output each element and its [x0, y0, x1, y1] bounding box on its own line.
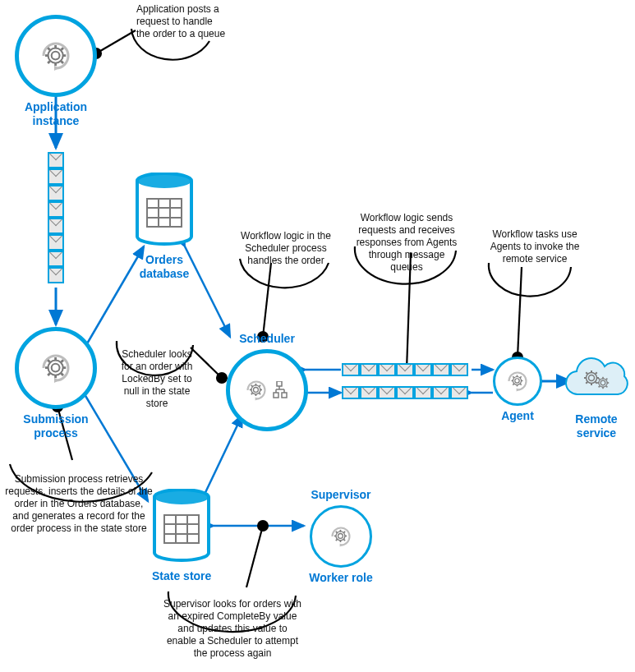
- envelope-icon: [360, 363, 378, 376]
- gear-icon: [39, 39, 72, 72]
- envelope-icon: [342, 386, 360, 399]
- agent-node: Agent: [493, 357, 542, 423]
- state-store-node: State store: [152, 489, 211, 583]
- note-submission-process: Submission process retrieves requests, i…: [5, 473, 153, 535]
- envelope-icon: [450, 363, 468, 376]
- note-scheduler-workflow: Workflow logic in the Scheduler process …: [240, 230, 332, 267]
- note-scheduler-lookup: Scheduler looks for an order with Locked…: [117, 348, 197, 410]
- envelope-icon: [432, 363, 450, 376]
- scheduler-to-agent-queue-top: [342, 363, 468, 376]
- envelope-icon: [396, 363, 414, 376]
- envelope-icon: [378, 363, 396, 376]
- submission-process-node: Submission process: [15, 327, 97, 440]
- gear-icon: [329, 525, 352, 548]
- envelope-icon: [414, 386, 432, 399]
- supervisor-label: Supervisor: [304, 488, 378, 502]
- svg-line-13: [96, 30, 136, 53]
- gear-icon: [506, 370, 529, 393]
- orders-database-node: Orders database: [136, 173, 193, 281]
- application-instance-label: Application instance: [15, 100, 97, 128]
- envelope-icon: [396, 386, 414, 399]
- supervisor-circle: [310, 505, 372, 568]
- remote-service-node: Remote service: [560, 355, 633, 440]
- note-supervisor: Supervisor looks for orders with an expi…: [163, 598, 302, 660]
- scheduler-to-agent-queue-bottom: [342, 386, 468, 399]
- scheduler-circle: [226, 349, 308, 431]
- workflow-icon: [273, 381, 289, 399]
- supervisor-node: Supervisor Worker role: [304, 485, 378, 584]
- envelope-icon: [360, 386, 378, 399]
- gear-icon: [245, 379, 268, 402]
- orders-database-label: Orders database: [136, 253, 193, 281]
- worker-role-label: Worker role: [304, 571, 378, 584]
- gear-icon: [39, 352, 72, 384]
- note-app-instance: Application posts a request to handle th…: [136, 3, 227, 40]
- app-to-submission-queue: [48, 152, 64, 283]
- envelope-icon: [48, 267, 64, 283]
- submission-process-label: Submission process: [15, 412, 97, 440]
- envelope-icon: [378, 386, 396, 399]
- envelope-icon: [342, 363, 360, 376]
- cloud-icon: [560, 355, 633, 406]
- database-icon: [153, 489, 210, 563]
- svg-line-16: [263, 263, 271, 337]
- svg-line-19: [246, 526, 263, 587]
- agent-label: Agent: [493, 409, 542, 423]
- note-agent-tasks: Workflow tasks use Agents to invoke the …: [490, 228, 580, 265]
- note-agent-queue: Workflow logic sends requests and receiv…: [353, 212, 460, 274]
- envelope-icon: [432, 386, 450, 399]
- database-icon: [136, 173, 193, 246]
- application-instance-node: Application instance: [15, 15, 97, 128]
- envelope-icon: [450, 386, 468, 399]
- agent-circle: [493, 357, 542, 406]
- svg-line-18: [518, 267, 522, 357]
- state-store-label: State store: [152, 569, 211, 583]
- scheduler-label: Scheduler: [222, 332, 312, 346]
- envelope-icon: [414, 363, 432, 376]
- application-instance-circle: [15, 15, 97, 97]
- remote-service-label: Remote service: [560, 412, 633, 440]
- scheduler-node: Scheduler: [222, 329, 312, 431]
- submission-process-circle: [15, 327, 97, 409]
